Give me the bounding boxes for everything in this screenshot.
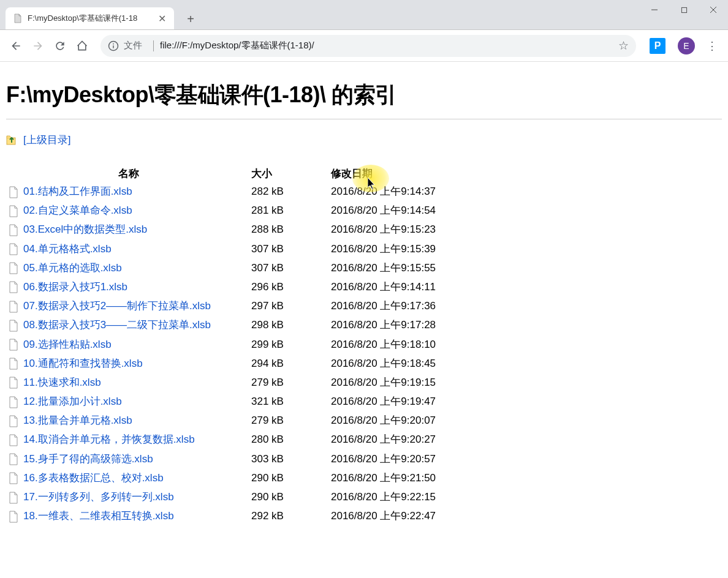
bookmark-star-icon[interactable]: ☆: [618, 39, 629, 53]
file-icon: [9, 492, 18, 504]
file-link[interactable]: 03.Excel中的数据类型.xlsb: [23, 223, 147, 235]
address-bar[interactable]: 文件 file:///F:/myDesktop/零基础课件(1-18)/ ☆: [100, 35, 636, 57]
file-row: 05.单元格的选取.xlsb307 kB2016/8/20 上午9:15:55: [6, 258, 436, 277]
maximize-button[interactable]: [669, 0, 699, 20]
file-row: 06.数据录入技巧1.xlsb296 kB2016/8/20 上午9:14:11: [6, 277, 436, 296]
file-row: 13.批量合并单元格.xlsb279 kB2016/8/20 上午9:20:07: [6, 411, 436, 430]
file-row: 02.自定义菜单命令.xlsb281 kB2016/8/20 上午9:14:54: [6, 201, 436, 220]
file-row: 10.通配符和查找替换.xlsb294 kB2016/8/20 上午9:18:4…: [6, 354, 436, 373]
file-row: 08.数据录入技巧3——二级下拉菜单.xlsb298 kB2016/8/20 上…: [6, 315, 436, 334]
file-size: 290 kB: [251, 487, 331, 506]
file-row: 01.结构及工作界面.xlsb282 kB2016/8/20 上午9:14:37: [6, 182, 436, 201]
file-date: 2016/8/20 上午9:21:50: [331, 468, 436, 487]
file-size: 307 kB: [251, 239, 331, 258]
file-row: 03.Excel中的数据类型.xlsb288 kB2016/8/20 上午9:1…: [6, 220, 436, 239]
file-icon: [9, 320, 18, 332]
file-link[interactable]: 09.选择性粘贴.xlsb: [23, 339, 112, 350]
file-size: 307 kB: [251, 258, 331, 277]
svg-rect-1: [681, 7, 686, 12]
menu-button[interactable]: ⋮: [701, 35, 723, 57]
page-content: F:\myDesktop\零基础课件(1-18)\ 的索引 [上级目录] 名称 …: [0, 62, 728, 525]
file-link[interactable]: 08.数据录入技巧3——二级下拉菜单.xlsb: [23, 319, 211, 331]
file-icon: [9, 415, 18, 427]
file-date: 2016/8/20 上午9:15:39: [331, 239, 436, 258]
file-icon: [9, 453, 18, 465]
file-icon: [9, 434, 18, 446]
file-link[interactable]: 11.快速求和.xlsb: [23, 377, 101, 388]
file-date: 2016/8/20 上午9:18:45: [331, 354, 436, 373]
file-link[interactable]: 04.单元格格式.xlsb: [23, 243, 112, 255]
file-date: 2016/8/20 上午9:20:57: [331, 449, 436, 468]
file-link[interactable]: 18.一维表、二维表相互转换.xlsb: [23, 510, 174, 522]
file-icon: [9, 301, 18, 313]
divider: [6, 119, 722, 119]
file-date: 2016/8/20 上午9:18:10: [331, 335, 436, 354]
back-button[interactable]: [5, 35, 27, 57]
file-date: 2016/8/20 上午9:14:11: [331, 277, 436, 296]
minimize-button[interactable]: [640, 0, 669, 20]
file-link[interactable]: 15.身手了得的高级筛选.xlsb: [23, 453, 153, 465]
file-row: 15.身手了得的高级筛选.xlsb303 kB2016/8/20 上午9:20:…: [6, 449, 436, 468]
file-link[interactable]: 10.通配符和查找替换.xlsb: [23, 358, 143, 369]
file-link[interactable]: 01.结构及工作界面.xlsb: [23, 186, 132, 197]
file-link[interactable]: 12.批量添加小计.xlsb: [23, 396, 122, 407]
file-link[interactable]: 17.一列转多列、多列转一列.xlsb: [23, 491, 174, 503]
browser-tab[interactable]: F:\myDesktop\零基础课件(1-18 ✕: [6, 7, 174, 29]
tab-close-button[interactable]: ✕: [157, 13, 167, 23]
file-icon: [9, 511, 18, 523]
file-link[interactable]: 02.自定义菜单命令.xlsb: [23, 205, 132, 216]
file-size: 298 kB: [251, 315, 331, 334]
file-date: 2016/8/20 上午9:17:28: [331, 315, 436, 334]
file-date: 2016/8/20 上午9:14:54: [331, 201, 436, 220]
tab-title: F:\myDesktop\零基础课件(1-18: [28, 13, 153, 24]
column-header-name[interactable]: 名称: [6, 165, 251, 182]
file-icon: [9, 472, 18, 484]
folder-up-icon: [6, 134, 17, 146]
extension-icon[interactable]: P: [650, 38, 665, 54]
file-date: 2016/8/20 上午9:20:07: [331, 411, 436, 430]
file-date: 2016/8/20 上午9:19:47: [331, 392, 436, 411]
file-row: 17.一列转多列、多列转一列.xlsb290 kB2016/8/20 上午9:2…: [6, 487, 436, 506]
file-icon: [9, 396, 18, 408]
file-icon: [9, 243, 18, 255]
file-size: 281 kB: [251, 201, 331, 220]
file-icon: [9, 186, 18, 198]
file-row: 11.快速求和.xlsb279 kB2016/8/20 上午9:19:15: [6, 373, 436, 392]
new-tab-button[interactable]: +: [181, 10, 200, 28]
file-size: 292 kB: [251, 506, 331, 525]
file-icon: [9, 262, 18, 274]
file-size: 282 kB: [251, 182, 331, 201]
file-link[interactable]: 13.批量合并单元格.xlsb: [23, 415, 132, 426]
column-header-size[interactable]: 大小: [251, 165, 331, 182]
info-icon[interactable]: [108, 40, 119, 51]
reload-button[interactable]: [49, 35, 71, 57]
close-button[interactable]: [699, 0, 728, 20]
file-link[interactable]: 16.多表格数据汇总、校对.xlsb: [23, 472, 164, 484]
file-link[interactable]: 06.数据录入技巧1.xlsb: [23, 281, 127, 293]
file-icon: [9, 339, 18, 351]
file-icon: [9, 224, 18, 236]
file-date: 2016/8/20 上午9:20:27: [331, 430, 436, 449]
home-button[interactable]: [71, 35, 93, 57]
file-icon: [9, 205, 18, 217]
profile-avatar[interactable]: E: [678, 37, 695, 54]
file-size: 299 kB: [251, 335, 331, 354]
browser-toolbar: 文件 file:///F:/myDesktop/零基础课件(1-18)/ ☆ P…: [0, 30, 728, 62]
file-date: 2016/8/20 上午9:22:15: [331, 487, 436, 506]
file-link[interactable]: 14.取消合并单元格，并恢复数据.xlsb: [23, 434, 195, 445]
title-bar: F:\myDesktop\零基础课件(1-18 ✕ +: [0, 0, 728, 30]
page-title: F:\myDesktop\零基础课件(1-18)\ 的索引: [6, 80, 722, 110]
file-size: 279 kB: [251, 411, 331, 430]
file-size: 296 kB: [251, 277, 331, 296]
file-link[interactable]: 05.单元格的选取.xlsb: [23, 262, 122, 274]
file-size: 290 kB: [251, 468, 331, 487]
file-size: 321 kB: [251, 392, 331, 411]
parent-directory-row: [上级目录]: [6, 133, 722, 147]
forward-button[interactable]: [27, 35, 49, 57]
parent-directory-link[interactable]: [上级目录]: [23, 133, 70, 147]
column-header-date[interactable]: 修改日期: [331, 165, 436, 182]
addr-divider: [153, 40, 154, 51]
addr-label: 文件: [124, 40, 142, 51]
file-link[interactable]: 07.数据录入技巧2——制作下拉菜单.xlsb: [23, 300, 211, 312]
file-row: 18.一维表、二维表相互转换.xlsb292 kB2016/8/20 上午9:2…: [6, 506, 436, 525]
